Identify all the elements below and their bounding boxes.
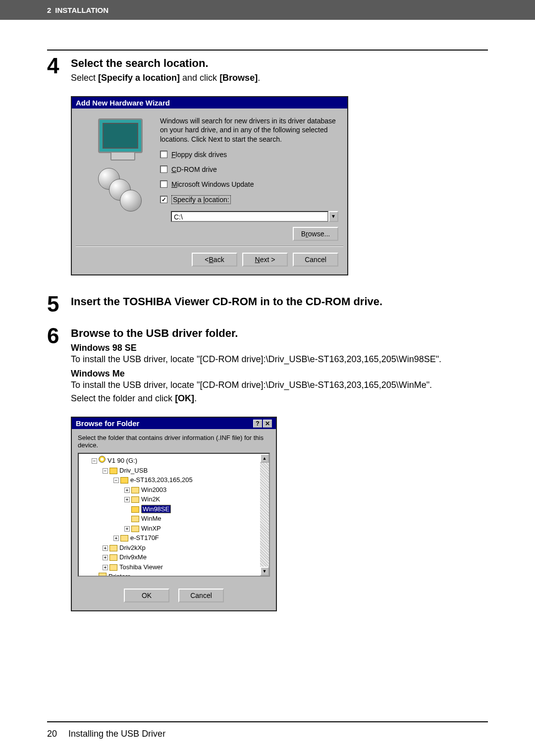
tree-printers[interactable]: Printers <box>92 572 269 577</box>
tree-toshiba-viewer[interactable]: +Toshiba Viewer <box>103 562 269 572</box>
bff-cancel-button[interactable]: Cancel <box>178 589 224 602</box>
folder-icon <box>131 516 139 522</box>
folder-icon <box>131 487 139 493</box>
specify-label: Specify a location: <box>171 195 231 204</box>
tree-est170f[interactable]: +e-ST170F <box>113 533 269 543</box>
scroll-down-button[interactable]: ▼ <box>260 567 269 576</box>
tree-win2k[interactable]: +Win2K <box>124 494 269 504</box>
folder-icon <box>109 468 117 474</box>
winme-text: To install the USB driver, locate "[CD-R… <box>71 379 488 391</box>
add-new-hardware-wizard-dialog: Add New Hardware Wizard Windows will sea… <box>71 96 348 275</box>
step4-title: Select the search location. <box>71 57 488 70</box>
location-input[interactable]: C:\ <box>171 211 328 222</box>
folder-icon <box>120 535 128 541</box>
tree-scrollbar[interactable]: ▲ ▼ <box>260 454 269 576</box>
step6-title: Browse to the USB driver folder. <box>71 327 488 340</box>
tree-est163[interactable]: −e-ST163,203,165,205 <box>113 475 269 485</box>
disc-stack-icon <box>98 168 143 213</box>
cdrom-checkbox-row[interactable]: CD-ROM drive <box>160 165 338 173</box>
folder-icon <box>131 496 139 503</box>
back-button[interactable]: < Back <box>192 253 237 267</box>
step-number-5: 5 <box>47 293 71 315</box>
step5-title: Insert the TOSHIBA Viewer CD-ROM in to t… <box>71 295 488 308</box>
monitor-icon <box>98 118 143 153</box>
page-footer: 20 Installing the USB Driver <box>47 729 165 739</box>
folder-tree[interactable]: −V1 90 (G:) −Driv_USB −e-ST163,203,165,2… <box>78 453 270 577</box>
win98-text: To install the USB driver, locate "[CD-R… <box>71 353 488 366</box>
step4-instruction: Select [Specify a location] and click [B… <box>71 72 488 84</box>
footer-text: Installing the USB Driver <box>68 729 165 739</box>
close-icon[interactable]: ✕ <box>263 420 272 428</box>
step-4: 4 Select the search location. Select [Sp… <box>47 57 488 84</box>
tree-root[interactable]: −V1 90 (G:) <box>92 456 269 466</box>
bff-message: Select the folder that contains driver i… <box>78 434 270 449</box>
tree-win2003[interactable]: +Win2003 <box>124 485 269 495</box>
floppy-checkbox-row[interactable]: Floppy disk drives <box>160 151 338 159</box>
wizard-titlebar: Add New Hardware Wizard <box>72 97 347 108</box>
step-6: 6 Browse to the USB driver folder. Windo… <box>47 327 488 405</box>
folder-icon <box>109 554 117 561</box>
ok-button[interactable]: OK <box>124 589 169 602</box>
scroll-track[interactable] <box>260 463 269 567</box>
scroll-up-button[interactable]: ▲ <box>260 454 269 463</box>
tree-win98se[interactable]: Win98SE <box>124 504 269 514</box>
specify-checkbox[interactable] <box>160 196 167 203</box>
floppy-label: Floppy disk drives <box>171 151 227 159</box>
folder-icon <box>120 477 128 484</box>
page-header: 2 INSTALLATION <box>0 0 535 20</box>
cdrom-checkbox[interactable] <box>160 165 167 173</box>
location-dropdown-button[interactable]: ▼ <box>328 211 338 222</box>
msupdate-checkbox-row[interactable]: Microsoft Windows Update <box>160 180 338 188</box>
page-number: 20 <box>47 729 57 739</box>
folder-icon <box>131 506 139 513</box>
bff-title-text: Browse for Folder <box>76 419 139 428</box>
bottom-rule <box>47 721 488 722</box>
msupdate-checkbox[interactable] <box>160 180 167 188</box>
cancel-button[interactable]: Cancel <box>293 253 338 267</box>
cd-icon <box>99 456 106 463</box>
folder-icon <box>109 545 117 551</box>
msupdate-label: Microsoft Windows Update <box>171 180 254 188</box>
wizard-paragraph: Windows will search for new drivers in i… <box>160 116 338 144</box>
step-number-4: 4 <box>47 55 71 84</box>
printers-icon <box>99 573 107 577</box>
folder-icon <box>109 564 117 571</box>
browse-for-folder-dialog: Browse for Folder ? ✕ Select the folder … <box>71 417 277 611</box>
step6-last: Select the folder and click [OK]. <box>71 392 488 405</box>
tree-driv-usb[interactable]: −Driv_USB <box>103 466 269 476</box>
browse-button[interactable]: Browse... <box>293 227 338 241</box>
tree-winxp[interactable]: +WinXP <box>124 524 269 534</box>
content-area: 4 Select the search location. Select [Sp… <box>47 57 488 611</box>
chapter-title: INSTALLATION <box>55 6 108 14</box>
bff-titlebar: Browse for Folder ? ✕ <box>72 418 276 429</box>
location-row: C:\ ▼ <box>171 211 338 222</box>
folder-icon <box>131 526 139 532</box>
help-icon[interactable]: ? <box>253 420 262 428</box>
specify-checkbox-row[interactable]: Specify a location: <box>160 195 338 204</box>
winme-heading: Windows Me <box>71 369 488 379</box>
win98-heading: Windows 98 SE <box>71 343 488 353</box>
chapter-number: 2 <box>47 6 51 14</box>
top-rule <box>47 50 488 51</box>
tree-driv2kxp[interactable]: +Driv2kXp <box>103 543 269 553</box>
step-5: 5 Insert the TOSHIBA Viewer CD-ROM in to… <box>47 295 488 315</box>
floppy-checkbox[interactable] <box>160 151 167 158</box>
tree-winme[interactable]: WinMe <box>124 514 269 524</box>
step-number-6: 6 <box>47 325 71 405</box>
tree-driv9xme[interactable]: +Driv9xMe <box>103 552 269 562</box>
cdrom-label: CD-ROM drive <box>171 165 217 173</box>
next-button[interactable]: Next > <box>242 253 288 267</box>
wizard-graphic <box>81 116 160 241</box>
